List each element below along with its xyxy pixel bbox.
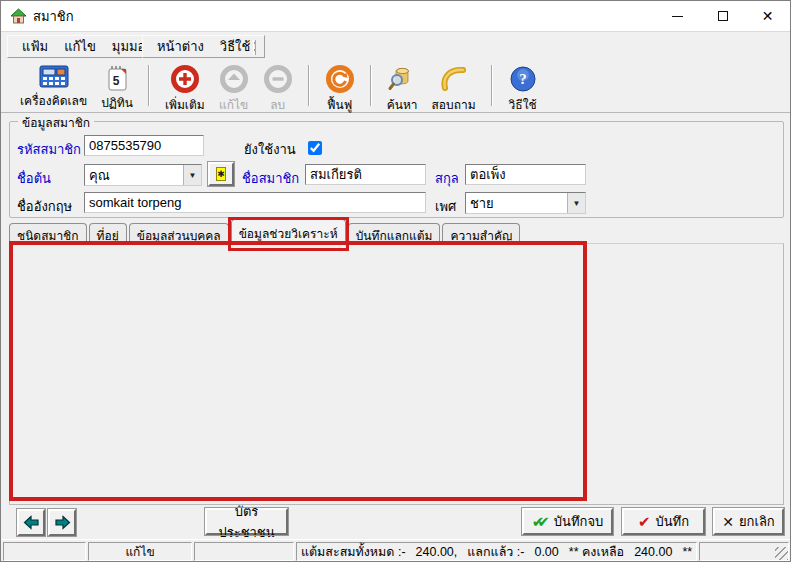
- tab-importance[interactable]: ความสำคัญ: [442, 223, 520, 244]
- menu-edit[interactable]: แก้ไข: [56, 34, 104, 59]
- gender-value: ชาย: [466, 193, 567, 214]
- previous-record-button[interactable]: [17, 509, 45, 536]
- status-mode: แก้ไข: [125, 542, 154, 561]
- maximize-button[interactable]: [700, 1, 745, 31]
- calendar-icon: 5: [105, 64, 129, 92]
- member-info-title: ข้อมูลสมาชิก: [18, 113, 94, 132]
- double-check-icon: ✔✔: [532, 513, 543, 531]
- save-button[interactable]: ✔ บันทึก: [622, 508, 705, 535]
- search-button[interactable]: ค้นหา: [380, 62, 425, 109]
- chevron-down-icon[interactable]: ▼: [567, 193, 585, 213]
- tab-points-record[interactable]: บันทึกแลกแต้ม: [348, 223, 441, 244]
- save-finish-button[interactable]: ✔✔ บันทึกจบ: [522, 508, 613, 535]
- id-card-label: บัตรประชาชน: [213, 501, 280, 543]
- calculator-icon: [37, 64, 71, 90]
- search-label: ค้นหา: [387, 95, 418, 114]
- help-button[interactable]: ? วิธีใช้: [501, 62, 545, 109]
- chevron-down-icon[interactable]: ▼: [183, 165, 201, 185]
- help-label: วิธีใช้: [509, 95, 537, 114]
- edit-button: แก้ไข: [212, 62, 256, 109]
- maximize-icon: [718, 11, 728, 21]
- toolbar-separator: [370, 65, 372, 106]
- surname-label: สกุล: [435, 168, 459, 189]
- status-mode-cell: แก้ไข: [88, 542, 192, 561]
- resize-grip-icon[interactable]: [775, 547, 788, 560]
- refresh-circle-icon: [325, 64, 355, 94]
- member-code-label: รหัสสมาชิก: [17, 139, 81, 160]
- search-database-icon: [387, 64, 417, 94]
- surname-input[interactable]: [465, 164, 586, 185]
- minus-circle-icon: [263, 64, 293, 94]
- menu-file[interactable]: แฟ้ม: [14, 34, 56, 59]
- calendar-button[interactable]: 5 ปฏิทิน: [94, 62, 140, 109]
- menu-grip: [253, 40, 256, 55]
- member-window: สมาชิก ✕ แฟ้ม แก้ไข มุมมอง หน้าต่าง วิธี…: [0, 0, 791, 562]
- close-button[interactable]: ✕: [745, 1, 790, 31]
- tab-personal-data[interactable]: ข้อมูลส่วนบุคคล: [129, 223, 229, 244]
- member-name-label: ชื่อสมาชิก: [242, 168, 299, 189]
- help-circle-icon: ?: [508, 64, 538, 94]
- inquire-button[interactable]: สอบถาม: [425, 62, 483, 109]
- gender-combobox[interactable]: ชาย ▼: [465, 192, 586, 214]
- edit-up-circle-icon: [219, 64, 249, 94]
- add-button[interactable]: เพิ่มเติม: [158, 62, 212, 109]
- minimize-icon: [672, 16, 683, 17]
- prefix-label: ชื่อต้น: [17, 168, 51, 189]
- calculator-button[interactable]: เครื่องคิดเลข: [13, 62, 94, 109]
- points-remaining-value: 240.00: [634, 545, 672, 559]
- window-title: สมาชิก: [33, 6, 74, 27]
- gender-label: เพศ: [435, 196, 456, 217]
- check-icon: ✔: [638, 513, 651, 531]
- app-house-icon: [10, 8, 27, 24]
- minimize-button[interactable]: [655, 1, 700, 31]
- status-cell-empty: [194, 542, 294, 561]
- status-points-cell: แต้มสะสมทั้งหมด :- 240.00, แลกแล้ว :- 0.…: [296, 542, 697, 561]
- points-redeemed-label: แลกแล้ว :-: [467, 542, 524, 562]
- prefix-combobox[interactable]: คุณ ▼: [84, 164, 202, 186]
- calculator-label: เครื่องคิดเลข: [20, 91, 87, 110]
- delete-label: ลบ: [270, 95, 285, 114]
- english-name-input[interactable]: [84, 192, 426, 213]
- close-icon: ✕: [762, 9, 774, 23]
- toolbar: เครื่องคิดเลข 5 ปฏิทิน: [1, 59, 790, 113]
- toolbar-separator: [148, 65, 150, 106]
- add-label: เพิ่มเติม: [165, 95, 205, 114]
- points-total-label: แต้มสะสมทั้งหมด :-: [301, 542, 406, 562]
- points-remaining-label: ** คงเหลือ: [569, 542, 624, 562]
- analysis-tab-panel: [9, 243, 784, 505]
- tab-member-type[interactable]: ชนิดสมาชิก: [9, 223, 87, 244]
- phone-icon: [439, 64, 469, 94]
- x-icon: ✕: [722, 514, 734, 530]
- save-label: บันทึก: [655, 511, 689, 532]
- cancel-label: ยกเลิก: [739, 511, 775, 532]
- active-label: ยังใช้งาน: [244, 139, 296, 160]
- menu-window[interactable]: หน้าต่าง: [149, 34, 212, 59]
- asterisk-icon: ✱: [216, 167, 226, 181]
- id-card-button[interactable]: บัตรประชาชน: [205, 508, 288, 535]
- points-total-value: 240.00,: [416, 545, 458, 559]
- points-redeemed-value: 0.00: [534, 545, 558, 559]
- delete-button: ลบ: [256, 62, 300, 109]
- tab-analysis-data[interactable]: ข้อมูลช่วยวิเคราะห์: [231, 219, 346, 244]
- active-checkbox[interactable]: [308, 141, 322, 155]
- menu-help[interactable]: วิธีใช้: [212, 34, 258, 59]
- tab-address[interactable]: ที่อยู่: [89, 223, 127, 244]
- status-cell-empty: [3, 542, 86, 561]
- menu-band: แฟ้ม แก้ไข มุมมอง หน้าต่าง วิธีใช้: [1, 33, 790, 59]
- svg-text:5: 5: [113, 74, 120, 88]
- arrow-right-icon: [54, 515, 71, 530]
- prefix-add-button[interactable]: ✱: [208, 162, 234, 186]
- english-name-label: ชื่ออังกฤษ: [17, 196, 72, 217]
- tab-analysis-label: ข้อมูลช่วยวิเคราะห์: [239, 227, 338, 241]
- next-record-button[interactable]: [48, 509, 76, 536]
- member-name-input[interactable]: [305, 164, 426, 185]
- member-code-input[interactable]: [84, 135, 204, 156]
- toolbar-separator: [491, 65, 493, 106]
- svg-text:?: ?: [519, 71, 527, 87]
- points-suffix: **: [682, 545, 692, 559]
- status-bar: แก้ไข แต้มสะสมทั้งหมด :- 240.00, แลกแล้ว…: [1, 539, 790, 562]
- refresh-button[interactable]: ฟื้นฟู: [318, 62, 362, 109]
- cancel-button[interactable]: ✕ ยกเลิก: [713, 508, 784, 535]
- edit-label: แก้ไข: [219, 95, 248, 114]
- toolbar-separator: [308, 65, 310, 106]
